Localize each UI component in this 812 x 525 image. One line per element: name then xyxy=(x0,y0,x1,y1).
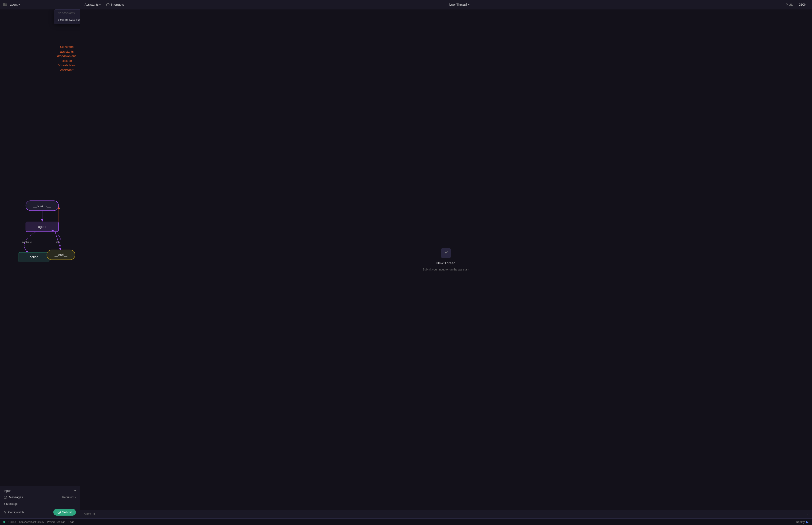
right-panel: New Thread Submit your input to run the … xyxy=(80,10,812,519)
thread-content: New Thread Submit your input to run the … xyxy=(80,10,812,510)
start-node-label: __start__ xyxy=(33,204,51,208)
required-text: Required xyxy=(62,496,74,499)
submit-text: Submit xyxy=(62,510,72,514)
localhost-url[interactable]: http://localhost:60605 xyxy=(19,521,44,523)
continue-edge-label: continue xyxy=(22,241,32,243)
add-message-row: + Message xyxy=(4,501,76,507)
online-indicator xyxy=(3,521,5,523)
svg-rect-2 xyxy=(5,4,7,5)
thread-title: New Thread xyxy=(436,261,455,265)
output-bar: OUTPUT › xyxy=(80,510,812,519)
configurable-icon xyxy=(4,511,7,514)
messages-row: Messages Required ▾ xyxy=(4,495,76,499)
create-new-assistant-item[interactable]: + Create New Assistant xyxy=(54,17,80,24)
assistants-label: Assistants xyxy=(85,3,98,6)
interrupts-button[interactable]: Interrupts xyxy=(104,2,126,7)
end-node-label: __end__ xyxy=(55,253,67,257)
svg-marker-17 xyxy=(59,512,60,513)
required-chevron-icon: ▾ xyxy=(75,496,76,499)
json-view-button[interactable]: JSON xyxy=(797,2,808,7)
bottom-actions: Configurable Submit xyxy=(4,509,76,515)
top-bar: agent ▾ Assistants ▾ Interrupts New Thre… xyxy=(0,0,812,10)
input-collapse-button[interactable]: ▾ xyxy=(74,489,76,493)
sparkle-icon xyxy=(443,251,448,256)
pretty-view-button[interactable]: Pretty xyxy=(784,2,795,7)
new-thread-selector-button[interactable]: New Thread ▾ xyxy=(449,3,470,6)
agent-chevron-icon: ▾ xyxy=(18,3,20,6)
submit-button[interactable]: Submit xyxy=(53,509,76,515)
sidebar-toggle-button[interactable] xyxy=(2,2,8,7)
input-panel: Input ▾ Messages Required ▾ + Message xyxy=(0,486,80,519)
action-node-label: action xyxy=(30,255,38,259)
new-thread-chevron-icon: ▾ xyxy=(468,3,470,6)
messages-icon xyxy=(4,496,7,499)
logs-link[interactable]: Logs xyxy=(68,521,74,523)
deploy-label: Deploy xyxy=(796,520,805,524)
svg-point-15 xyxy=(5,512,6,513)
assistants-button[interactable]: Assistants ▾ xyxy=(83,2,103,7)
svg-point-6 xyxy=(108,5,108,6)
view-toggle: Pretty JSON xyxy=(784,2,808,7)
add-message-button[interactable]: + Message xyxy=(4,501,18,507)
configurable-button[interactable]: Configurable xyxy=(4,511,24,514)
left-panel: No Assistants + Create New Assistant Sel… xyxy=(0,10,80,519)
thread-subtitle: Submit your input to run the assistant xyxy=(423,268,469,271)
interrupts-icon xyxy=(106,3,109,6)
output-label: OUTPUT xyxy=(83,513,96,515)
top-bar-left: agent ▾ xyxy=(0,2,80,7)
output-expand-button[interactable]: › xyxy=(807,512,808,516)
new-thread-label: New Thread xyxy=(449,3,467,6)
project-settings-link[interactable]: Project Settings xyxy=(47,521,65,523)
input-header: Input ▾ xyxy=(4,489,76,493)
svg-rect-3 xyxy=(5,5,7,6)
online-label: Online xyxy=(9,521,16,523)
configurable-text: Configurable xyxy=(8,511,24,514)
svg-rect-0 xyxy=(3,3,5,6)
top-bar-center: Assistants ▾ Interrupts xyxy=(80,2,445,7)
submit-play-icon xyxy=(58,511,61,514)
assistants-dropdown: No Assistants + Create New Assistant xyxy=(54,10,80,24)
deploy-button[interactable]: Deploy ▶ xyxy=(796,520,809,524)
agent-label: agent xyxy=(10,3,18,6)
flow-graph: __start__ agent continue end action xyxy=(0,10,80,486)
messages-label-group: Messages xyxy=(4,495,23,499)
input-title: Input xyxy=(4,489,11,493)
graph-area: No Assistants + Create New Assistant Sel… xyxy=(0,10,80,486)
deploy-icon: ▶ xyxy=(806,520,809,524)
svg-rect-1 xyxy=(5,3,7,4)
agent-selector-button[interactable]: agent ▾ xyxy=(10,3,20,6)
messages-text: Messages xyxy=(9,495,23,499)
assistants-chevron-icon: ▾ xyxy=(99,3,101,6)
required-badge: Required ▾ xyxy=(62,496,76,499)
main-content: No Assistants + Create New Assistant Sel… xyxy=(0,10,812,519)
no-assistants-item: No Assistants xyxy=(54,10,80,17)
agent-node-label: agent xyxy=(38,225,46,229)
top-bar-right: New Thread ▾ Pretty JSON xyxy=(445,2,812,7)
status-bar: Online http://localhost:60605 Project Se… xyxy=(0,519,812,525)
thread-icon-container xyxy=(441,248,451,258)
interrupts-label: Interrupts xyxy=(111,3,124,6)
